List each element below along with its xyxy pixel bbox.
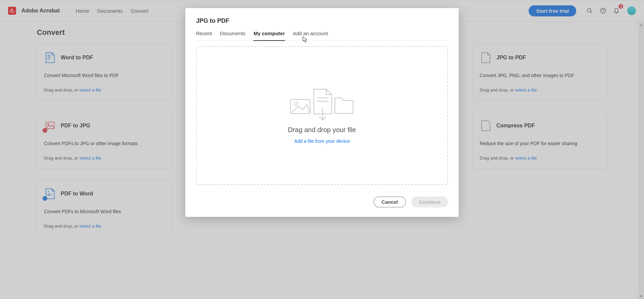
tab-recent[interactable]: Recent [196,31,212,41]
tab-documents[interactable]: Documents [220,31,246,41]
add-file-link[interactable]: Add a file from your device [294,138,350,144]
svg-point-9 [294,102,298,106]
cancel-button[interactable]: Cancel [373,196,406,207]
svg-rect-8 [290,100,310,114]
modal-actions: Cancel Continue [196,196,448,207]
continue-button: Continue [412,196,448,207]
file-dropzone[interactable]: Drag and drop your file Add a file from … [196,46,448,185]
dropzone-headline: Drag and drop your file [288,126,356,134]
tab-my-computer[interactable]: My computer [254,31,285,41]
modal-title: JPG to PDF [196,17,448,24]
dropzone-illustration-icon [288,88,356,121]
tab-add-account[interactable]: Add an account [293,31,328,41]
file-picker-modal: JPG to PDF Recent Documents My computer … [185,8,459,217]
modal-tabs: Recent Documents My computer Add an acco… [196,31,448,41]
